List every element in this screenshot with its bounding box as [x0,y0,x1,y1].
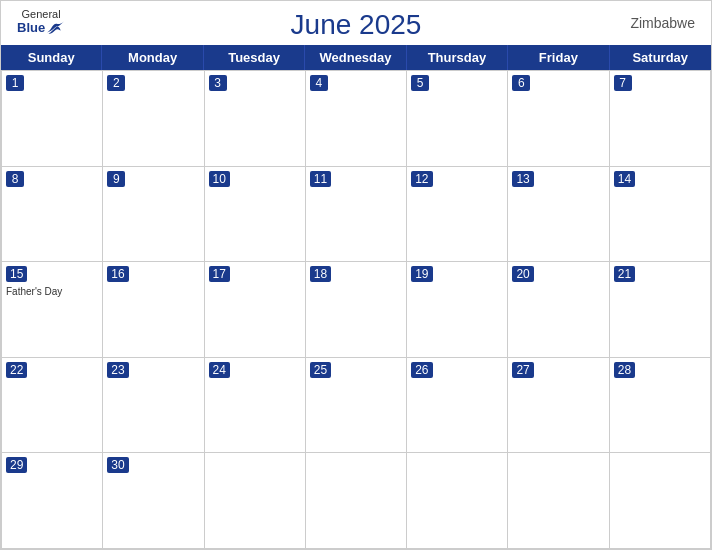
calendar-cell: 13 [508,167,609,263]
calendar-cell [508,453,609,549]
calendar-cell: 2 [103,71,204,167]
calendar-cell: 20 [508,262,609,358]
calendar-cell: 12 [407,167,508,263]
cell-event: Father's Day [6,286,98,297]
cell-date-number: 7 [614,75,632,91]
cell-date-number: 15 [6,266,27,282]
calendar-cell [610,453,711,549]
day-header-wednesday: Wednesday [305,45,406,70]
cell-date-number: 28 [614,362,635,378]
cell-date-number: 6 [512,75,530,91]
calendar-cell: 14 [610,167,711,263]
cell-date-number: 9 [107,171,125,187]
calendar-cell: 5 [407,71,508,167]
logo: General Blue [17,9,65,34]
calendar-title: June 2025 [291,9,422,41]
calendar-header: General Blue June 2025 Zimbabwe [1,1,711,45]
country-label: Zimbabwe [630,15,695,31]
day-header-thursday: Thursday [407,45,508,70]
calendar-cell: 26 [407,358,508,454]
calendar-grid: 123456789101112131415Father's Day1617181… [1,70,711,549]
calendar-cell: 30 [103,453,204,549]
calendar-cell: 17 [205,262,306,358]
calendar-cell: 22 [2,358,103,454]
calendar-cell: 29 [2,453,103,549]
cell-date-number: 27 [512,362,533,378]
cell-date-number: 1 [6,75,24,91]
logo-general: General [22,9,61,20]
calendar-cell [306,453,407,549]
cell-date-number: 8 [6,171,24,187]
cell-date-number: 18 [310,266,331,282]
cell-date-number: 16 [107,266,128,282]
calendar-cell: 6 [508,71,609,167]
cell-date-number: 17 [209,266,230,282]
day-header-tuesday: Tuesday [204,45,305,70]
logo-blue: Blue [17,20,65,34]
cell-date-number: 30 [107,457,128,473]
cell-date-number: 20 [512,266,533,282]
cell-date-number: 11 [310,171,331,187]
cell-date-number: 2 [107,75,125,91]
calendar-container: General Blue June 2025 Zimbabwe Sunday M… [0,0,712,550]
cell-date-number: 24 [209,362,230,378]
calendar-cell [205,453,306,549]
calendar-cell: 4 [306,71,407,167]
calendar-cell: 23 [103,358,204,454]
cell-date-number: 4 [310,75,328,91]
calendar-cell: 10 [205,167,306,263]
calendar-cell: 15Father's Day [2,262,103,358]
day-header-friday: Friday [508,45,609,70]
calendar-cell: 25 [306,358,407,454]
cell-date-number: 29 [6,457,27,473]
cell-date-number: 22 [6,362,27,378]
cell-date-number: 12 [411,171,432,187]
cell-date-number: 25 [310,362,331,378]
calendar-cell: 19 [407,262,508,358]
cell-date-number: 3 [209,75,227,91]
calendar-cell: 16 [103,262,204,358]
calendar-cell: 18 [306,262,407,358]
cell-date-number: 5 [411,75,429,91]
calendar-cell: 3 [205,71,306,167]
calendar-cell: 1 [2,71,103,167]
cell-date-number: 13 [512,171,533,187]
calendar-cell [407,453,508,549]
calendar-cell: 9 [103,167,204,263]
day-headers-row: Sunday Monday Tuesday Wednesday Thursday… [1,45,711,70]
calendar-cell: 11 [306,167,407,263]
cell-date-number: 19 [411,266,432,282]
calendar-cell: 28 [610,358,711,454]
cell-date-number: 21 [614,266,635,282]
day-header-saturday: Saturday [610,45,711,70]
calendar-cell: 24 [205,358,306,454]
day-header-monday: Monday [102,45,203,70]
calendar-cell: 8 [2,167,103,263]
calendar-cell: 7 [610,71,711,167]
cell-date-number: 14 [614,171,635,187]
cell-date-number: 26 [411,362,432,378]
calendar-cell: 21 [610,262,711,358]
cell-date-number: 23 [107,362,128,378]
calendar-cell: 27 [508,358,609,454]
cell-date-number: 10 [209,171,230,187]
day-header-sunday: Sunday [1,45,102,70]
